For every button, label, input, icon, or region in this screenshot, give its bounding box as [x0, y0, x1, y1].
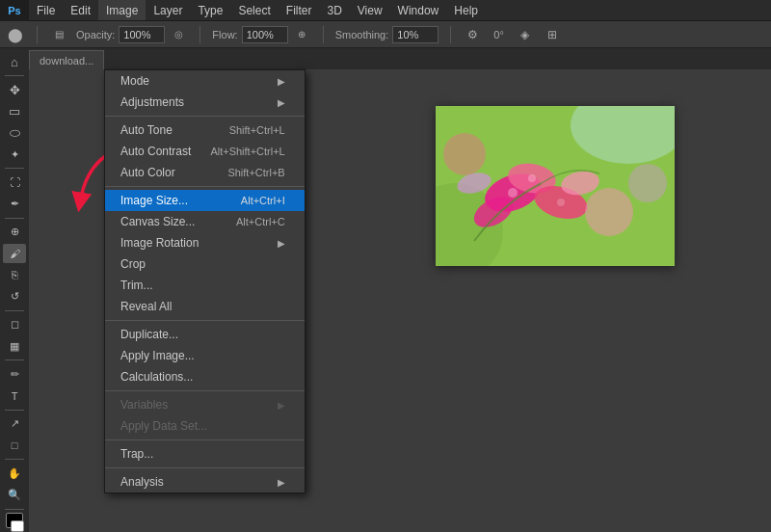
- svg-point-9: [585, 188, 633, 236]
- tool-path-select[interactable]: ↗: [3, 414, 26, 434]
- opacity-label: Opacity:: [76, 29, 115, 40]
- tool-separator-7: [5, 459, 24, 460]
- menu-file[interactable]: File: [29, 0, 63, 20]
- brush-preset-icon[interactable]: ⬤: [6, 25, 25, 44]
- tool-heal[interactable]: ⊕: [3, 223, 26, 242]
- menu-item-calculations-label: Calculations...: [120, 370, 193, 384]
- tool-pen[interactable]: ✏: [3, 364, 26, 384]
- tool-magic-wand[interactable]: ✦: [3, 145, 26, 164]
- separator-2: [199, 26, 200, 43]
- menu-edit[interactable]: Edit: [63, 0, 98, 20]
- tool-type[interactable]: T: [3, 386, 26, 405]
- menu-item-canvas-size[interactable]: Canvas Size... Alt+Ctrl+C: [105, 211, 305, 232]
- tool-clone[interactable]: ⎘: [3, 265, 26, 284]
- opacity-pressure-icon[interactable]: ◎: [169, 25, 188, 44]
- svg-point-13: [528, 174, 536, 182]
- menu-bar-items: File Edit Image Layer Type Select Filter…: [29, 0, 486, 20]
- tool-brush[interactable]: 🖌: [3, 244, 26, 263]
- menu-item-auto-tone-label: Auto Tone: [120, 123, 173, 137]
- menu-arrow-adjustments: ▶: [278, 97, 285, 108]
- tool-separator-8: [5, 509, 24, 510]
- tool-home[interactable]: ⌂: [3, 52, 26, 71]
- menu-item-apply-data-set-label: Apply Data Set...: [120, 419, 207, 433]
- menu-select[interactable]: Select: [230, 0, 278, 20]
- menu-item-auto-color[interactable]: Auto Color Shift+Ctrl+B: [105, 162, 305, 183]
- menu-view[interactable]: View: [350, 0, 390, 20]
- tool-separator-5: [5, 359, 24, 360]
- airbrush-icon[interactable]: ⊕: [292, 25, 311, 44]
- menu-item-auto-contrast[interactable]: Auto Contrast Alt+Shift+Ctrl+L: [105, 141, 305, 162]
- menu-item-calculations[interactable]: Calculations...: [105, 366, 305, 387]
- tool-background-color[interactable]: [11, 520, 24, 532]
- separator-calc: [105, 390, 305, 391]
- tool-history-brush[interactable]: ↺: [3, 287, 26, 306]
- tool-crop[interactable]: ⛶: [3, 173, 26, 192]
- menu-item-auto-tone[interactable]: Auto Tone Shift+Ctrl+L: [105, 120, 305, 141]
- menu-shortcut-image-size: Alt+Ctrl+I: [241, 195, 285, 206]
- menu-item-apply-data-set: Apply Data Set...: [105, 415, 305, 437]
- menu-item-reveal-all[interactable]: Reveal All: [105, 296, 305, 317]
- menu-item-image-size[interactable]: Image Size... Alt+Ctrl+I: [105, 190, 305, 211]
- smoothing-input[interactable]: 10%: [392, 26, 439, 43]
- symmetry-icon[interactable]: ◈: [516, 25, 535, 44]
- tool-zoom[interactable]: 🔍: [3, 485, 26, 504]
- menu-arrow-analysis: ▶: [278, 477, 285, 488]
- menu-window[interactable]: Window: [390, 0, 447, 20]
- flow-group: Flow: 100% ⊕: [212, 25, 310, 44]
- tool-hand[interactable]: ✋: [3, 464, 26, 483]
- menu-arrow-variables: ▶: [278, 400, 285, 411]
- menu-item-duplicate-label: Duplicate...: [120, 328, 178, 341]
- tool-gradient[interactable]: ▦: [3, 336, 26, 356]
- menu-filter[interactable]: Filter: [279, 0, 320, 20]
- menu-help[interactable]: Help: [446, 0, 486, 20]
- tool-eyedropper[interactable]: ✒: [3, 194, 26, 213]
- tool-lasso[interactable]: ⬭: [3, 123, 26, 143]
- app-logo: Ps: [0, 0, 29, 21]
- menu-arrow-mode: ▶: [278, 76, 285, 87]
- document-tab[interactable]: download...: [29, 50, 104, 69]
- menu-item-adjustments[interactable]: Adjustments ▶: [105, 92, 305, 113]
- menu-item-crop[interactable]: Crop: [105, 253, 305, 275]
- separator-4: [450, 26, 451, 43]
- menu-item-mode[interactable]: Mode ▶: [105, 70, 305, 92]
- pressure-icon[interactable]: ⊞: [543, 25, 562, 44]
- svg-point-11: [443, 133, 486, 175]
- tool-eraser[interactable]: ◻: [3, 315, 26, 334]
- canvas-image: [436, 106, 675, 266]
- menu-item-mode-label: Mode: [120, 74, 149, 88]
- tool-move[interactable]: ✥: [3, 80, 26, 99]
- separator-reveal: [105, 320, 305, 321]
- menu-item-image-size-label: Image Size...: [120, 194, 188, 207]
- menu-item-analysis[interactable]: Analysis ▶: [105, 471, 305, 492]
- smoothing-options-icon[interactable]: ⚙: [463, 25, 482, 44]
- svg-point-14: [557, 199, 565, 206]
- menu-shortcut-canvas-size: Alt+Ctrl+C: [236, 216, 285, 227]
- menu-3d[interactable]: 3D: [319, 0, 349, 20]
- menu-item-image-rotation-label: Image Rotation: [120, 236, 199, 250]
- tool-shape[interactable]: □: [3, 436, 26, 455]
- opacity-input[interactable]: 100%: [119, 26, 165, 43]
- menu-item-image-rotation[interactable]: Image Rotation ▶: [105, 232, 305, 253]
- brush-mode-icon[interactable]: ▤: [49, 25, 68, 44]
- tool-separator-1: [5, 75, 24, 76]
- menu-item-trap[interactable]: Trap...: [105, 443, 305, 465]
- menu-arrow-rotation: ▶: [278, 238, 285, 249]
- flow-input[interactable]: 100%: [242, 26, 288, 43]
- left-toolbar: ⌂ ✥ ▭ ⬭ ✦ ⛶ ✒ ⊕ 🖌 ⎘ ↺ ◻ ▦ ✏ T ↗ □ ✋ 🔍: [0, 48, 29, 532]
- tool-marquee[interactable]: ▭: [3, 101, 26, 120]
- menu-item-duplicate[interactable]: Duplicate...: [105, 324, 305, 345]
- flow-label: Flow:: [212, 29, 237, 40]
- menu-layer[interactable]: Layer: [146, 0, 190, 20]
- menu-item-variables-label: Variables: [120, 398, 168, 412]
- separator-trap: [105, 467, 305, 468]
- menu-item-analysis-label: Analysis: [120, 475, 164, 489]
- menu-item-apply-image[interactable]: Apply Image...: [105, 345, 305, 366]
- menu-shortcut-auto-contrast: Alt+Shift+Ctrl+L: [210, 146, 284, 157]
- menu-type[interactable]: Type: [190, 0, 230, 20]
- tool-separator-4: [5, 310, 24, 311]
- menu-shortcut-auto-tone: Shift+Ctrl+L: [229, 124, 285, 136]
- separator-adj: [105, 116, 305, 117]
- menu-item-trim[interactable]: Trim...: [105, 275, 305, 296]
- menu-image[interactable]: Image: [98, 0, 146, 20]
- menu-item-canvas-size-label: Canvas Size...: [120, 215, 195, 228]
